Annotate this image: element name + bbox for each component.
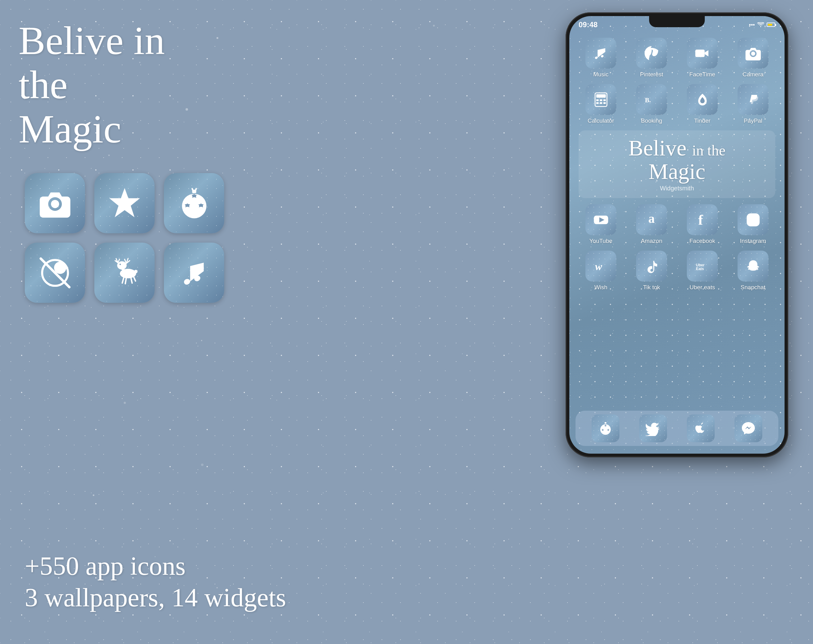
phone-app-icon-paypal [738, 84, 769, 115]
phone-app-snapchat: Snapchat [735, 251, 772, 291]
phone-camera-icon [745, 45, 762, 62]
phone-facetime-icon [694, 45, 711, 62]
svg-point-33 [750, 217, 756, 223]
phone-app-wish: w Wish [582, 251, 620, 291]
battery-icon [767, 23, 775, 27]
phone-app-facetime: FaceTime [684, 38, 721, 78]
main-title: Belive in the [18, 18, 210, 107]
svg-point-0 [51, 200, 59, 208]
phone-app-pinterest: Pinterest [633, 38, 670, 78]
phone-calculator-icon [592, 91, 609, 108]
phone-app-facebook: f Facebook [684, 204, 721, 245]
svg-text:w: w [595, 260, 602, 272]
phone-app-tinder: Tinder [684, 84, 721, 124]
dock-app-messenger [735, 415, 762, 442]
svg-rect-24 [596, 102, 599, 104]
phone-app-label-facebook: Facebook [689, 238, 715, 245]
phone-screen: 09:48 ▪▪▪ [569, 16, 785, 454]
svg-rect-25 [600, 102, 602, 104]
reindeer-icon [107, 256, 142, 290]
phone-app-label-paypal: PayPal [744, 118, 762, 124]
phone-app-paypal: PayPal [735, 84, 772, 124]
title-area: Belive in the Magic [18, 18, 210, 151]
phone-wish-icon: w [592, 258, 609, 275]
main-title-magic: Magic [18, 107, 210, 151]
svg-text:Eats: Eats [696, 266, 704, 271]
phone-app-icon-camera [738, 38, 769, 69]
svg-rect-2 [192, 190, 196, 193]
svg-line-9 [122, 277, 124, 283]
app-row-4: w Wish Tik tok [575, 251, 778, 291]
bottom-text-area: +550 app icons 3 wallpapers, 14 widgets [25, 550, 286, 613]
phone-facebook-icon: f [694, 211, 711, 228]
phone-app-icon-tiktok [636, 251, 667, 281]
phone-app-label-booking: Booking [641, 118, 663, 124]
svg-rect-20 [596, 94, 606, 97]
camera-icon [38, 186, 72, 220]
bottom-text-line2: 3 wallpapers, 14 widgets [25, 581, 286, 613]
phone-music-icon [592, 45, 609, 62]
phone-snapchat-icon [745, 258, 762, 275]
phone-app-icon-ubereats: Uber Eats [687, 251, 718, 281]
wifi-icon [757, 22, 764, 27]
phone-mockup: 09:48 ▪▪▪ [566, 12, 788, 457]
svg-point-18 [751, 52, 755, 56]
widget-subtitle: Widgetsmith [586, 185, 767, 192]
icon-tile-ornament [164, 173, 224, 233]
phone-app-music: Music [582, 38, 620, 78]
phone-instagram-icon [745, 211, 762, 228]
phone-booking-icon: B. [643, 91, 660, 108]
phone-app-icon-instagram [738, 204, 769, 235]
phone-app-icon-calculator [585, 84, 616, 115]
svg-rect-21 [596, 99, 599, 101]
app-row-1: Music Pinterest [575, 38, 778, 78]
phone-app-icon-tinder [687, 84, 718, 115]
svg-text:a: a [648, 211, 655, 226]
icons-grid [25, 173, 224, 303]
focus-icon [38, 256, 72, 290]
svg-text:f: f [698, 212, 703, 228]
svg-rect-38 [604, 422, 606, 424]
phone-app-label-snapchat: Snapchat [741, 284, 765, 291]
phone-app-booking: B. Booking [633, 84, 670, 124]
svg-line-11 [130, 277, 132, 283]
signal-icon: ▪▪▪ [749, 21, 755, 28]
dock-app-twitter [639, 415, 667, 442]
phone-app-ubereats: Uber Eats Uber eats [684, 251, 721, 291]
phone-app-calculator: Calculator [582, 84, 620, 124]
phone-dock [575, 411, 778, 446]
phone-ubereats-icon: Uber Eats [694, 258, 711, 275]
music-note-icon [177, 256, 211, 290]
icon-tile-reindeer [94, 243, 155, 303]
svg-text:B.: B. [645, 96, 650, 104]
icon-tile-camera [25, 173, 85, 233]
phone-app-icon-pinterest [636, 38, 667, 69]
svg-rect-22 [600, 99, 602, 101]
phone-app-youtube: YouTube [582, 204, 620, 245]
phone-app-instagram: Instagram [735, 204, 772, 245]
phone-app-label-wish: Wish [594, 284, 607, 291]
app-row-3: YouTube a Amazon f [575, 204, 778, 245]
svg-line-10 [125, 277, 126, 284]
status-time: 09:48 [578, 20, 597, 29]
dock-ornament-icon [598, 421, 613, 436]
phone-app-label-ubereats: Uber eats [690, 284, 715, 291]
icon-tile-star [94, 173, 155, 233]
phone-app-label-amazon: Amazon [641, 238, 663, 245]
svg-rect-17 [695, 49, 704, 57]
phone-app-icon-snapchat [738, 251, 769, 281]
dock-apple-icon [693, 421, 709, 436]
phone-app-icon-music [585, 38, 616, 69]
phone-tinder-icon [694, 91, 711, 108]
svg-point-14 [120, 264, 121, 265]
phone-app-label-instagram: Instagram [740, 238, 766, 245]
phone-app-label-tinder: Tinder [694, 118, 710, 124]
widget-title: Belive in the Magic [586, 136, 767, 183]
phone-app-label-facetime: FaceTime [689, 71, 715, 78]
phone-app-tiktok: Tik tok [633, 251, 670, 291]
svg-point-34 [756, 215, 758, 217]
dock-app-ornament [592, 415, 620, 442]
svg-rect-23 [603, 99, 606, 101]
app-row-2: Calculator B. Booking [575, 84, 778, 124]
phone-app-icon-wish: w [585, 251, 616, 281]
